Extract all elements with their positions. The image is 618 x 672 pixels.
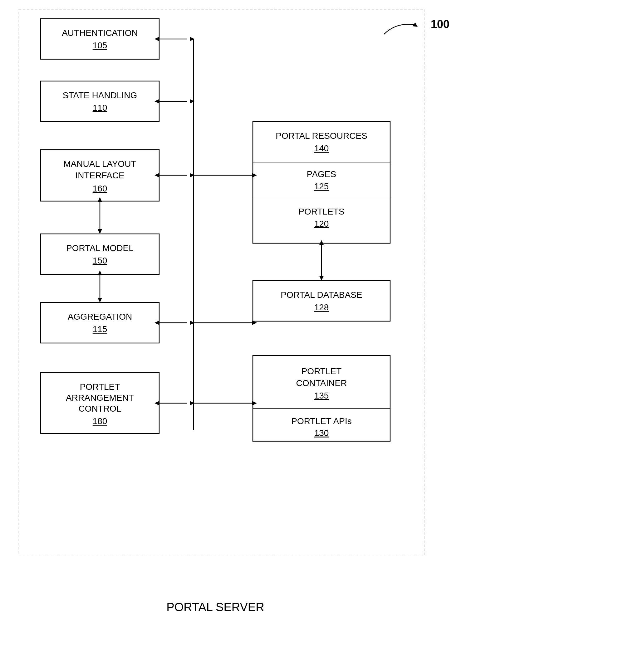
diagram-container: 100 AUTHENTICATION 105 STATE HANDLING 11… (0, 0, 618, 672)
aggregation-box (40, 302, 159, 343)
portal-model-label: PORTAL MODEL (66, 243, 133, 253)
portal-database-ref: 128 (314, 302, 329, 312)
portal-database-label: PORTAL DATABASE (281, 290, 362, 300)
aggregation-ref: 115 (93, 324, 107, 334)
svg-marker-21 (154, 401, 159, 405)
portal-server-label: PORTAL SERVER (166, 600, 264, 614)
portlet-arrangement-ref: 180 (93, 416, 107, 426)
reference-number: 100 (431, 18, 449, 30)
svg-marker-9 (154, 173, 159, 177)
portlet-container-label1: PORTLET (302, 366, 342, 376)
portal-resources-label1: PORTAL RESOURCES (276, 131, 368, 141)
svg-marker-12 (98, 197, 102, 202)
state-handling-box (40, 81, 159, 122)
portlets-label: PORTLETS (298, 207, 344, 217)
portlet-apis-ref: 130 (314, 428, 329, 438)
authentication-label: AUTHENTICATION (62, 28, 138, 38)
state-handling-label: STATE HANDLING (63, 91, 137, 100)
portlet-arrangement-label1: PORTLET (80, 382, 120, 392)
authentication-box (40, 19, 159, 59)
portlets-ref: 120 (314, 219, 329, 229)
manual-layout-label2: INTERFACE (75, 170, 124, 180)
portal-database-box (253, 281, 390, 321)
state-handling-ref: 110 (93, 103, 107, 113)
portal-model-box (40, 234, 159, 274)
svg-marker-33 (252, 401, 257, 405)
portal-resources-ref: 140 (314, 143, 329, 153)
portlet-container-ref: 135 (314, 391, 329, 400)
aggregation-label: AGGREGATION (68, 312, 132, 321)
portal-model-ref: 150 (93, 256, 107, 265)
svg-marker-26 (252, 173, 257, 177)
portlet-arrangement-label2: ARRANGEMENT (66, 393, 134, 403)
svg-marker-13 (98, 229, 102, 234)
svg-marker-3 (154, 37, 159, 41)
manual-layout-ref: 160 (93, 184, 107, 193)
portlet-container-label2: CONTAINER (296, 378, 347, 388)
portlet-arrangement-label3: CONTROL (79, 404, 121, 413)
pages-ref: 125 (314, 181, 329, 191)
svg-marker-18 (154, 320, 159, 325)
pages-label: PAGES (307, 169, 336, 179)
svg-marker-15 (98, 270, 102, 275)
authentication-ref: 105 (93, 40, 107, 50)
portlet-apis-label: PORTLET APIs (291, 416, 351, 426)
svg-marker-29 (319, 276, 324, 281)
svg-marker-6 (154, 99, 159, 104)
svg-marker-16 (98, 298, 102, 302)
svg-marker-28 (319, 240, 324, 245)
manual-layout-label1: MANUAL LAYOUT (63, 159, 136, 169)
